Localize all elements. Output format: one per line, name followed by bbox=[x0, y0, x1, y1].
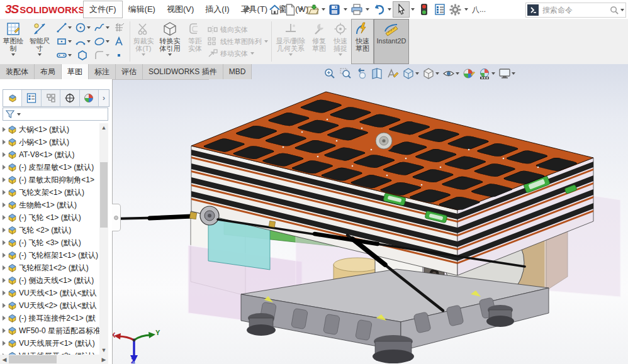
settings-button[interactable] bbox=[447, 2, 463, 17]
spline-caret[interactable] bbox=[106, 26, 109, 29]
display-relations-button[interactable]: 显示/删除几何关系 bbox=[273, 19, 308, 64]
expand-arrow-icon[interactable] bbox=[3, 127, 6, 132]
slot-caret[interactable] bbox=[68, 54, 72, 57]
rectangle-tool[interactable] bbox=[54, 35, 73, 48]
command-tab[interactable]: 评估 bbox=[116, 64, 143, 79]
feature-tree-item[interactable]: AT-V8<1> (默认) bbox=[0, 148, 99, 161]
feature-tree-item[interactable]: 生物舱<1> (默认) bbox=[0, 199, 99, 211]
line-tool[interactable] bbox=[54, 21, 73, 35]
sketch-draw-button[interactable]: 草图绘制 bbox=[0, 19, 26, 64]
move-entities-caret[interactable] bbox=[250, 52, 254, 55]
trim-entities-caret[interactable] bbox=[142, 53, 145, 56]
display-style-button[interactable] bbox=[422, 67, 439, 80]
scroll-left-arrow[interactable]: ◀ bbox=[0, 355, 9, 364]
expand-arrow-icon[interactable] bbox=[3, 228, 6, 233]
undo-caret[interactable] bbox=[386, 2, 393, 17]
home-button[interactable] bbox=[267, 2, 283, 17]
text-tool[interactable] bbox=[111, 35, 127, 48]
tree-horizontal-scrollbar[interactable]: ◀ ▶ bbox=[0, 355, 108, 364]
command-tab[interactable]: 布局 bbox=[35, 64, 62, 79]
offset-entities-button[interactable]: 等距实体 bbox=[184, 19, 206, 64]
display-style-caret[interactable] bbox=[435, 72, 439, 75]
menu-item[interactable]: 文件(F) bbox=[83, 1, 123, 18]
panel-splitter-handle[interactable] bbox=[112, 204, 121, 231]
expand-arrow-icon[interactable] bbox=[3, 303, 6, 308]
feature-tree-item[interactable]: (-) 飞轮 <3> (默认) bbox=[0, 236, 99, 249]
scroll-down-arrow[interactable]: ▼ bbox=[99, 346, 108, 355]
print-caret[interactable] bbox=[364, 2, 371, 17]
feature-tree-item[interactable]: (-) 皮型星敏<1> (默认) bbox=[0, 161, 99, 174]
vertical-scroll-thumb[interactable] bbox=[100, 162, 108, 228]
feature-tree-item[interactable]: 大锅<1> (默认) bbox=[0, 123, 99, 136]
filter-funnel-icon[interactable] bbox=[5, 109, 15, 119]
menu-item[interactable]: 视图(V) bbox=[161, 1, 199, 18]
view-settings-button[interactable] bbox=[498, 67, 515, 80]
smart-dimension-button[interactable]: 智能尺寸 bbox=[26, 19, 53, 64]
ellipse-caret[interactable] bbox=[106, 40, 109, 43]
panel-tab-overflow-chevron[interactable]: › bbox=[99, 90, 109, 106]
fillet-caret[interactable] bbox=[106, 54, 109, 57]
expand-arrow-icon[interactable] bbox=[3, 265, 6, 270]
ellipse-tool[interactable] bbox=[92, 35, 111, 48]
feature-tree-item[interactable]: (-) 飞轮框架1<1> (默认) bbox=[0, 249, 99, 262]
arc-tool[interactable] bbox=[73, 35, 92, 48]
expand-arrow-icon[interactable] bbox=[3, 140, 6, 145]
expand-arrow-icon[interactable] bbox=[3, 215, 6, 220]
expand-arrow-icon[interactable] bbox=[3, 240, 6, 245]
feature-tree-item[interactable]: 飞轮支架<1> (默认) bbox=[0, 186, 99, 199]
tab-feature-manager[interactable] bbox=[3, 90, 22, 106]
expand-arrow-icon[interactable] bbox=[3, 190, 6, 195]
feature-tree-item[interactable]: 飞轮 <2> (默认) bbox=[0, 224, 99, 236]
view-settings-caret[interactable] bbox=[512, 72, 515, 75]
display-relations-caret[interactable] bbox=[289, 53, 293, 56]
rectangle-caret[interactable] bbox=[68, 40, 72, 43]
annotation-view-button[interactable] bbox=[386, 67, 399, 80]
line-caret[interactable] bbox=[68, 26, 72, 29]
section-view-button[interactable] bbox=[371, 67, 383, 80]
tab-dimxpert-manager[interactable] bbox=[60, 90, 79, 106]
feature-tree-item[interactable]: (-) 飞轮 <1> (默认) bbox=[0, 211, 99, 224]
print-button[interactable] bbox=[349, 2, 364, 17]
open-caret[interactable] bbox=[320, 2, 327, 17]
feature-tree-item[interactable]: (-) 接耳连接件2<1> (默 bbox=[0, 312, 99, 324]
feature-tree-item[interactable]: VU天线<1> (默认<默认 bbox=[0, 287, 99, 299]
feature-tree-item[interactable]: VU天线展开<2> (默认) bbox=[0, 350, 99, 355]
edit-appearance-button[interactable] bbox=[463, 67, 475, 80]
tab-configuration-manager[interactable] bbox=[42, 90, 60, 106]
menu-item[interactable]: 插入(I) bbox=[199, 1, 235, 18]
circle-tool[interactable] bbox=[73, 21, 92, 35]
expand-arrow-icon[interactable] bbox=[3, 316, 6, 321]
view-orientation-caret[interactable] bbox=[415, 72, 419, 75]
command-tab[interactable]: 标注 bbox=[89, 64, 116, 79]
smart-dimension-caret[interactable] bbox=[38, 53, 42, 56]
previous-view-button[interactable] bbox=[355, 67, 367, 80]
pin-menu-icon[interactable] bbox=[241, 4, 252, 16]
expand-arrow-icon[interactable] bbox=[3, 177, 6, 182]
convert-entities-caret[interactable] bbox=[168, 53, 172, 56]
move-entities-button[interactable]: 移动实体 bbox=[208, 48, 268, 58]
toolbar-overflow-label[interactable]: 八... bbox=[469, 4, 488, 15]
scroll-right-arrow[interactable]: ▶ bbox=[99, 355, 108, 364]
command-tab[interactable]: SOLIDWORKS 插件 bbox=[143, 64, 223, 79]
sketch-draw-caret[interactable] bbox=[11, 53, 15, 56]
select-tool-button[interactable] bbox=[393, 1, 410, 18]
feature-tree-item[interactable]: VU天线展开<1> (默认) bbox=[0, 337, 99, 350]
command-tab[interactable]: 装配体 bbox=[0, 64, 35, 79]
rebuild-button[interactable] bbox=[416, 2, 432, 17]
trim-entities-button[interactable]: 剪裁实体(T) bbox=[132, 19, 155, 64]
apply-scene-caret[interactable] bbox=[491, 72, 495, 75]
select-tool-caret[interactable] bbox=[410, 2, 416, 17]
quick-snaps-caret[interactable] bbox=[339, 53, 342, 56]
quick-snaps-button[interactable]: 快速捕捉 bbox=[330, 19, 351, 64]
zoom-to-fit-button[interactable] bbox=[323, 67, 336, 80]
sketch-3d-tool[interactable] bbox=[111, 21, 127, 35]
hide-show-caret[interactable] bbox=[456, 72, 459, 75]
search-input[interactable] bbox=[541, 5, 610, 15]
zoom-to-area-button[interactable] bbox=[339, 67, 352, 80]
feature-tree-item[interactable]: 小锅<1> (默认) bbox=[0, 136, 99, 148]
rapid-sketch-button[interactable]: 快速草图 bbox=[351, 19, 374, 64]
horizontal-scroll-thumb[interactable] bbox=[9, 355, 57, 363]
expand-arrow-icon[interactable] bbox=[3, 328, 6, 333]
expand-arrow-icon[interactable] bbox=[3, 165, 6, 170]
save-caret[interactable] bbox=[342, 2, 349, 17]
